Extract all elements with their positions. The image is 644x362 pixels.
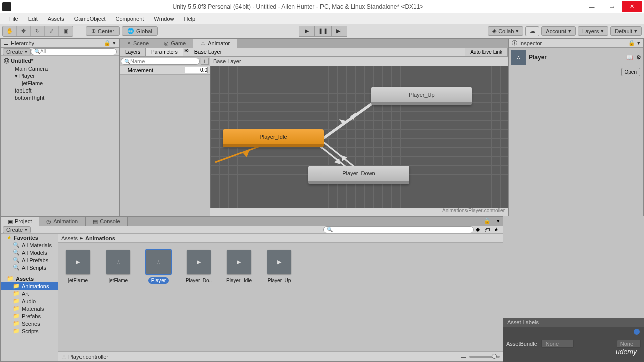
param-search[interactable]: 🔍Name: [121, 58, 200, 65]
auto-live-link-button[interactable]: Auto Live Link: [465, 48, 508, 56]
menu-component[interactable]: Component: [110, 16, 149, 22]
collab-dropdown[interactable]: ◈Collab▾: [488, 26, 523, 36]
close-button[interactable]: ✕: [622, 1, 642, 12]
layers-subtab[interactable]: Layers: [120, 48, 146, 56]
favorite-item[interactable]: 🔍All Scripts: [1, 264, 58, 272]
favorite-item[interactable]: 🔍All Prefabs: [1, 256, 58, 264]
open-button[interactable]: Open: [621, 68, 640, 76]
lock-icon[interactable]: 🔒: [628, 40, 635, 46]
game-tab[interactable]: ◎Game: [156, 39, 193, 48]
menu-help[interactable]: Help: [179, 16, 200, 22]
list-view-icon[interactable]: —: [461, 354, 466, 360]
lock-icon[interactable]: 🔒: [480, 217, 494, 226]
folder-item[interactable]: 📁Scenes: [1, 320, 58, 327]
help-icon[interactable]: 📖: [626, 54, 633, 61]
favorites-header[interactable]: ★Favorites: [1, 234, 58, 241]
scene-tab[interactable]: ⚬Scene: [120, 39, 156, 48]
lock-icon[interactable]: 🔒: [104, 40, 111, 46]
asset-bundle-dropdown[interactable]: None: [541, 340, 574, 348]
param-row[interactable]: ═ Movement: [120, 66, 210, 75]
pivot-toggle[interactable]: ⊕Center: [86, 26, 120, 36]
play-button[interactable]: ▶: [299, 26, 315, 37]
menu-gameobject[interactable]: GameObject: [69, 16, 111, 22]
drag-handle-icon[interactable]: ═: [122, 67, 126, 73]
rotate-tool-icon[interactable]: ↻: [31, 26, 45, 36]
layout-dropdown[interactable]: Default▾: [610, 26, 642, 36]
asset-item[interactable]: ▶jetFlame: [65, 250, 91, 344]
animator-tab[interactable]: ⛬Animator: [193, 39, 237, 48]
maximize-button[interactable]: ▭: [602, 1, 622, 12]
add-param-button[interactable]: +: [201, 58, 209, 65]
move-tool-icon[interactable]: ✥: [17, 26, 31, 36]
folder-item[interactable]: 📁Audio: [1, 297, 58, 305]
param-value-input[interactable]: [185, 67, 208, 73]
state-node-down[interactable]: Player_Down: [308, 166, 409, 184]
account-dropdown[interactable]: Account▾: [541, 26, 576, 36]
breadcrumb-current[interactable]: Animations: [85, 235, 115, 241]
panel-menu-icon[interactable]: ▾: [637, 40, 640, 46]
animation-tab[interactable]: ◷Animation: [39, 217, 86, 226]
search-icon: 🔍: [13, 264, 20, 271]
asset-item[interactable]: ▶Player_Up: [267, 250, 292, 344]
create-dropdown[interactable]: Create ▾: [3, 48, 31, 55]
hierarchy-item[interactable]: jetFlame: [1, 80, 119, 87]
hierarchy-search[interactable]: 🔍All: [31, 48, 117, 55]
hierarchy-item[interactable]: ▾ Player: [1, 72, 119, 80]
asset-variant-dropdown[interactable]: None: [617, 340, 641, 348]
layers-dropdown[interactable]: Layers▾: [578, 26, 608, 36]
asset-item[interactable]: ▶Player_Idle: [226, 250, 252, 344]
hierarchy-item[interactable]: Main Camera: [1, 65, 119, 72]
menu-edit[interactable]: Edit: [23, 16, 43, 22]
filter-label-icon[interactable]: 🏷: [482, 227, 492, 233]
parameters-subtab[interactable]: Parameters: [146, 48, 183, 56]
inspector-tab[interactable]: ⓘInspector🔒▾: [509, 39, 643, 48]
save-search-icon[interactable]: ★: [492, 226, 501, 233]
thumbnail-size-slider[interactable]: [469, 356, 500, 358]
tag-icon[interactable]: [634, 329, 640, 335]
panel-menu-icon[interactable]: ▾: [113, 40, 116, 46]
folder-item[interactable]: 📁Scripts: [1, 327, 58, 335]
folder-item[interactable]: 📁Materials: [1, 305, 58, 312]
state-node-idle[interactable]: Player_Idle: [223, 129, 324, 147]
state-node-up[interactable]: Player_Up: [371, 87, 472, 105]
project-tab[interactable]: ▣Project: [1, 217, 39, 226]
asset-item[interactable]: ⛬jetFlame: [106, 250, 131, 344]
hierarchy-item[interactable]: topLeft: [1, 87, 119, 94]
favorite-item[interactable]: 🔍All Models: [1, 249, 58, 256]
project-tree: ★Favorites 🔍All Materials 🔍All Models 🔍A…: [1, 234, 58, 361]
minimize-button[interactable]: —: [582, 1, 602, 12]
menu-assets[interactable]: Assets: [43, 16, 69, 22]
space-toggle[interactable]: 🌐Global: [122, 26, 158, 36]
scene-root[interactable]: ⓤ Untitled*: [1, 57, 119, 65]
animator-controller-icon: ⛬: [511, 50, 526, 65]
scale-tool-icon[interactable]: ⤢: [45, 26, 59, 36]
console-tab[interactable]: ▤Console: [86, 217, 127, 226]
step-button[interactable]: ▶|: [331, 26, 347, 37]
folder-item[interactable]: 📁Animations: [1, 282, 58, 290]
graph-breadcrumb: Base Layer: [210, 57, 508, 66]
project-search[interactable]: 🔍: [323, 226, 474, 233]
folder-item[interactable]: 📁Art: [1, 290, 58, 297]
eye-icon[interactable]: 👁: [183, 48, 190, 56]
asset-item[interactable]: ⛬Player: [146, 250, 171, 344]
panel-menu-icon[interactable]: ▾: [494, 217, 503, 226]
hierarchy-icon: ☰: [4, 40, 9, 46]
hierarchy-item[interactable]: bottomRight: [1, 94, 119, 101]
hierarchy-tab[interactable]: ☰Hierarchy🔒▾: [1, 39, 119, 48]
filter-type-icon[interactable]: ◆: [474, 226, 482, 233]
breadcrumb-root[interactable]: Assets: [61, 235, 78, 241]
hand-tool-icon[interactable]: ✋: [3, 26, 17, 36]
asset-item[interactable]: ▶Player_Do..: [186, 250, 211, 344]
asset-grid[interactable]: ▶jetFlame ⛬jetFlame ⛬Player ▶Player_Do..…: [58, 243, 503, 351]
pause-button[interactable]: ❚❚: [315, 26, 331, 37]
assets-root[interactable]: 📁Assets: [1, 275, 58, 282]
animator-graph[interactable]: Base Layer Player_Up Player_Idle Player: [210, 57, 508, 216]
menu-window[interactable]: Window: [149, 16, 179, 22]
rect-tool-icon[interactable]: ▣: [59, 26, 73, 36]
favorite-item[interactable]: 🔍All Materials: [1, 241, 58, 249]
create-dropdown[interactable]: Create ▾: [3, 226, 31, 233]
menu-file[interactable]: File: [4, 16, 23, 22]
cloud-button[interactable]: ☁: [525, 26, 539, 36]
folder-item[interactable]: 📁Prefabs: [1, 312, 58, 320]
settings-icon[interactable]: ⚙: [636, 54, 641, 61]
